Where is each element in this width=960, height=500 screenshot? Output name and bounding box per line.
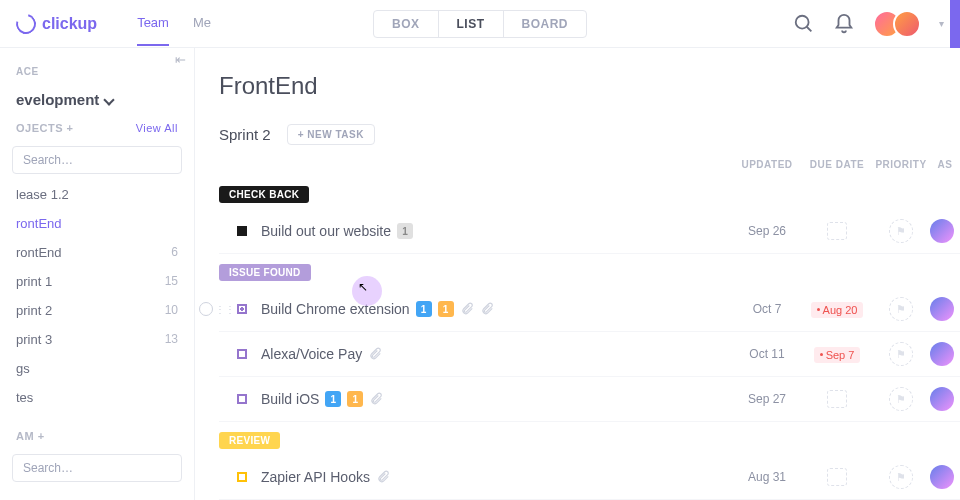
task-name: Zapier API Hooks <box>261 469 732 485</box>
task-row[interactable]: ⋮⋮ Build Chrome extension 1 1 Oct 7 Aug … <box>219 287 960 332</box>
col-due: DUE DATE <box>802 159 872 170</box>
calendar-icon[interactable] <box>827 390 847 408</box>
task-row[interactable]: Alexa/Voice Pay Oct 11 Sep 7 ⚑ <box>219 332 960 377</box>
svg-line-1 <box>807 26 812 31</box>
status-badge[interactable]: CHECK BACK <box>219 186 309 203</box>
sidebar-item[interactable]: tes <box>0 383 194 412</box>
team-header: AM + <box>0 424 194 448</box>
assignee-cell[interactable] <box>930 465 960 489</box>
task-name: Alexa/Voice Pay <box>261 346 732 362</box>
view-list[interactable]: LIST <box>438 11 503 37</box>
assignee-cell[interactable] <box>930 297 960 321</box>
task-row[interactable]: Build out our website 1 Sep 26 ⚑ <box>219 209 960 254</box>
sidebar-item[interactable]: rontEnd6 <box>0 238 194 267</box>
sidebar-item[interactable]: print 210 <box>0 296 194 325</box>
team-search[interactable]: Search… <box>12 454 182 482</box>
svg-point-0 <box>796 15 809 28</box>
sprint-header: Sprint 2 + NEW TASK <box>219 124 960 145</box>
status-badge[interactable]: ISSUE FOUND <box>219 264 311 281</box>
avatar <box>893 10 921 38</box>
avatar <box>930 465 954 489</box>
status-checkbox[interactable] <box>237 226 247 236</box>
priority-cell[interactable]: ⚑ <box>872 219 930 243</box>
sidebar: ⇤ ACE evelopment OJECTS + View All Searc… <box>0 48 195 500</box>
attachment-icon <box>376 470 390 484</box>
search-icon[interactable] <box>793 13 815 35</box>
sidebar-item[interactable]: print 313 <box>0 325 194 354</box>
tag: 1 <box>416 301 432 317</box>
assignee-cell[interactable] <box>930 342 960 366</box>
project-search[interactable]: Search… <box>12 146 182 174</box>
new-task-button[interactable]: + NEW TASK <box>287 124 375 145</box>
plus-icon[interactable]: + <box>67 122 74 134</box>
sidebar-item[interactable]: gs <box>0 354 194 383</box>
accent-bar <box>950 0 960 48</box>
priority-cell[interactable]: ⚑ <box>872 387 930 411</box>
assignee-cell[interactable] <box>930 219 960 243</box>
tab-me[interactable]: Me <box>193 1 211 46</box>
due-cell <box>802 390 872 408</box>
view-box[interactable]: BOX <box>374 11 438 37</box>
chevron-down-icon[interactable]: ▾ <box>939 18 944 29</box>
flag-icon: ⚑ <box>889 387 913 411</box>
sidebar-item[interactable]: rontEnd <box>0 209 194 238</box>
column-headers: UPDATED DUE DATE PRIORITY AS <box>219 153 960 176</box>
collapse-icon[interactable]: ⇤ <box>175 52 186 67</box>
status-checkbox[interactable] <box>237 472 247 482</box>
due-date[interactable]: Sep 7 <box>814 347 861 363</box>
avatar <box>930 219 954 243</box>
status-badge[interactable]: REVIEW <box>219 432 280 449</box>
view-board[interactable]: BOARD <box>503 11 587 37</box>
due-cell: Sep 7 <box>802 345 872 363</box>
space-label: ACE <box>0 60 194 83</box>
sprint-name: Sprint 2 <box>219 126 271 143</box>
updated-date: Sep 27 <box>732 392 802 406</box>
task-row[interactable]: Zapier API Hooks Aug 31 ⚑ <box>219 455 960 500</box>
logo[interactable]: clickup <box>16 14 97 34</box>
due-cell <box>802 222 872 240</box>
bell-icon[interactable] <box>833 13 855 35</box>
select-checkbox[interactable] <box>199 302 213 316</box>
tag: 1 <box>347 391 363 407</box>
user-avatars[interactable] <box>873 10 921 38</box>
main-content: FrontEnd Sprint 2 + NEW TASK UPDATED DUE… <box>195 48 960 500</box>
view-switcher: BOX LIST BOARD <box>373 10 587 38</box>
view-all-link[interactable]: View All <box>136 122 178 134</box>
space-name[interactable]: evelopment <box>0 83 194 116</box>
avatar <box>930 297 954 321</box>
assignee-cell[interactable] <box>930 387 960 411</box>
col-updated: UPDATED <box>732 159 802 170</box>
nav-tabs: Team Me <box>137 1 211 46</box>
updated-date: Aug 31 <box>732 470 802 484</box>
col-assign: AS <box>930 159 960 170</box>
calendar-icon[interactable] <box>827 468 847 486</box>
sidebar-item[interactable]: print 115 <box>0 267 194 296</box>
attachment-icon <box>480 302 494 316</box>
calendar-icon[interactable] <box>827 222 847 240</box>
flag-icon: ⚑ <box>889 297 913 321</box>
status-checkbox[interactable] <box>237 304 247 314</box>
app-header: clickup Team Me BOX LIST BOARD ▾ <box>0 0 960 48</box>
tab-team[interactable]: Team <box>137 1 169 46</box>
status-checkbox[interactable] <box>237 349 247 359</box>
tag: 1 <box>325 391 341 407</box>
projects-header: OJECTS + View All <box>0 116 194 140</box>
logo-icon <box>12 10 39 37</box>
priority-cell[interactable]: ⚑ <box>872 297 930 321</box>
page-title: FrontEnd <box>219 72 960 100</box>
avatar <box>930 387 954 411</box>
flag-icon: ⚑ <box>889 342 913 366</box>
task-row[interactable]: Build iOS 1 1 Sep 27 ⚑ <box>219 377 960 422</box>
status-checkbox[interactable] <box>237 394 247 404</box>
sidebar-item[interactable]: lease 1.2 <box>0 180 194 209</box>
chevron-down-icon <box>104 94 115 105</box>
flag-icon: ⚑ <box>889 219 913 243</box>
plus-icon[interactable]: + <box>38 430 45 442</box>
priority-cell[interactable]: ⚑ <box>872 342 930 366</box>
priority-cell[interactable]: ⚑ <box>872 465 930 489</box>
drag-icon[interactable]: ⋮⋮ <box>215 304 235 315</box>
due-cell: Aug 20 <box>802 300 872 318</box>
due-date[interactable]: Aug 20 <box>811 302 864 318</box>
due-cell <box>802 468 872 486</box>
updated-date: Oct 11 <box>732 347 802 361</box>
